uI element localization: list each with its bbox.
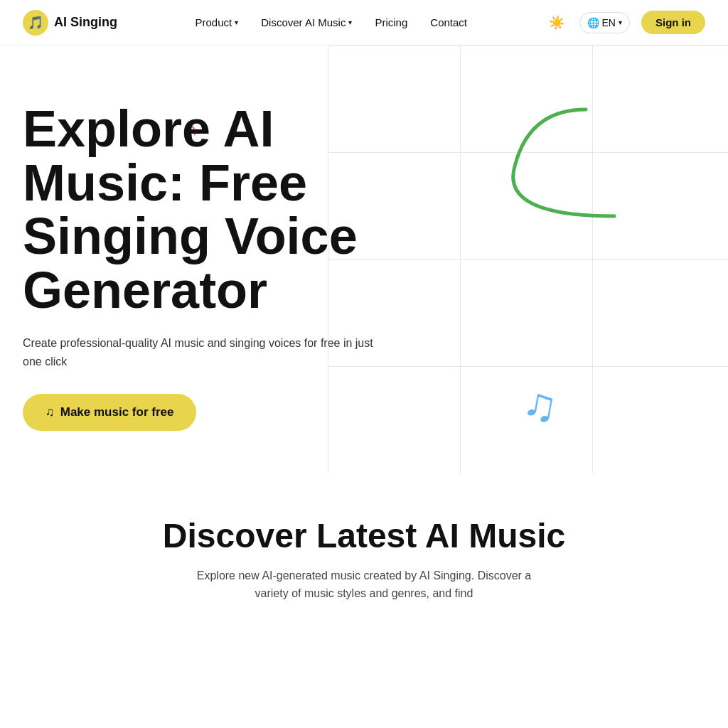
hero-title: Explore AI Music: Free Singing Voice Gen… [23, 102, 392, 317]
discover-title: Discover Latest AI Music [23, 516, 705, 555]
cta-make-music-button[interactable]: ♫ Make music for free [23, 394, 196, 431]
chevron-down-icon: ▾ [619, 18, 622, 26]
nav-discover-ai-music[interactable]: Discover AI Music ▾ [261, 16, 352, 28]
nav-pricing[interactable]: Pricing [375, 16, 407, 28]
logo-icon: 🎵 [23, 10, 48, 36]
hero-section: ♪ ♫ Explore AI Music: Free Singing Voice… [0, 46, 728, 473]
signin-button[interactable]: Sign in [641, 11, 705, 34]
theme-toggle-button[interactable]: ☀️ [545, 11, 568, 34]
chevron-down-icon: ▾ [348, 18, 352, 26]
language-selector[interactable]: 🌐 EN ▾ [579, 12, 630, 33]
nav-product[interactable]: Product ▾ [196, 16, 239, 28]
nav-links: Product ▾ Discover AI Music ▾ Pricing Co… [196, 16, 467, 28]
logo-text: AI Singing [54, 15, 117, 30]
nav-contact[interactable]: Contact [430, 16, 467, 28]
chevron-down-icon: ▾ [235, 18, 238, 26]
navbar: 🎵 AI Singing Product ▾ Discover AI Music… [0, 0, 728, 46]
hero-subtitle: Create professional-quality AI music and… [23, 334, 378, 370]
discover-section: Discover Latest AI Music Explore new AI-… [0, 473, 728, 631]
green-curve-decoration [458, 102, 671, 230]
logo[interactable]: 🎵 AI Singing [23, 10, 117, 36]
music-note-icon: ♫ [46, 405, 55, 419]
blue-music-note-icon: ♫ [519, 375, 562, 433]
discover-subtitle: Explore new AI-generated music created b… [186, 567, 542, 603]
nav-right: ☀️ 🌐 EN ▾ Sign in [545, 11, 705, 34]
